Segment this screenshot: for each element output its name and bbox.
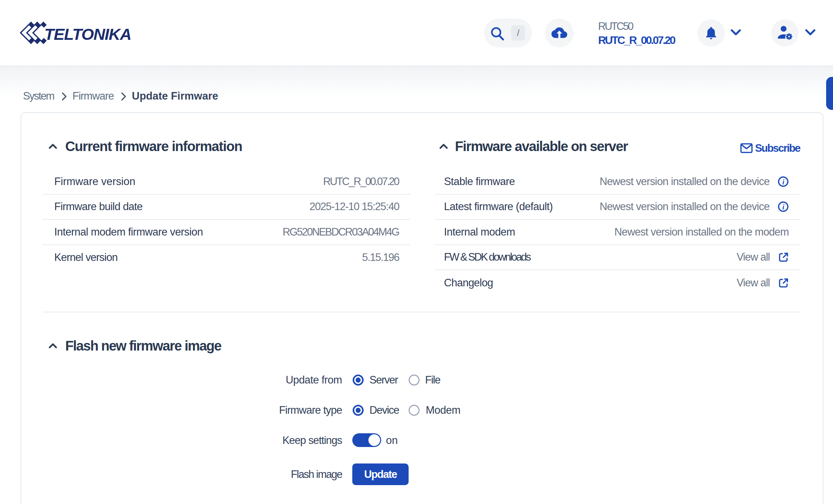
svg-text:i: i — [783, 178, 785, 186]
svg-text:i: i — [783, 203, 785, 211]
svg-text:TELTONIKA: TELTONIKA — [44, 25, 131, 43]
